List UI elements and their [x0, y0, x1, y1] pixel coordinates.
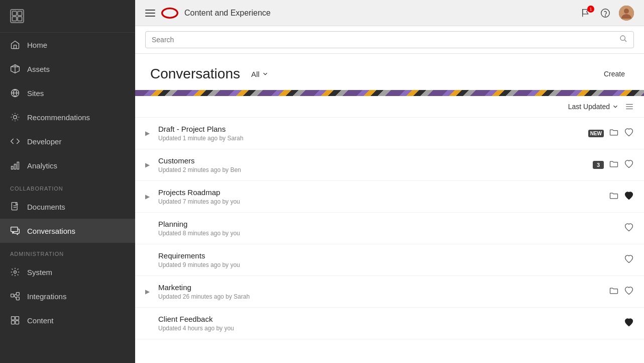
- conversation-info: Customers Updated 2 minutes ago by Ben: [158, 156, 588, 173]
- favorite-button[interactable]: [624, 222, 634, 234]
- collaboration-section-label: COLLABORATION: [0, 177, 135, 195]
- sidebar-item-system[interactable]: System: [0, 260, 135, 284]
- conversation-actions: 3: [593, 159, 634, 171]
- conversations-icon: [10, 226, 20, 236]
- list-view-icon: [625, 102, 634, 111]
- sidebar-item-sites-label: Sites: [27, 89, 44, 98]
- sidebar-item-integrations[interactable]: Integrations: [0, 284, 135, 308]
- svg-point-33: [624, 9, 629, 14]
- expand-chevron-icon[interactable]: ▶: [145, 130, 153, 137]
- conversation-meta: Updated 8 minutes ago by you: [158, 230, 619, 237]
- sidebar-item-documents[interactable]: Documents: [0, 195, 135, 219]
- svg-rect-20: [17, 293, 20, 296]
- svg-rect-27: [16, 321, 19, 324]
- sidebar-item-content[interactable]: Content: [0, 308, 135, 332]
- expand-chevron-icon[interactable]: ▶: [145, 161, 153, 168]
- view-toggle-button[interactable]: [625, 102, 634, 111]
- conversation-meta: Updated 2 minutes ago by Ben: [158, 166, 588, 173]
- conversation-name[interactable]: Customers: [158, 156, 588, 165]
- svg-rect-24: [12, 317, 15, 320]
- content-icon: [10, 315, 20, 325]
- add-to-folder-icon[interactable]: [609, 191, 619, 203]
- svg-rect-4: [14, 45, 17, 49]
- filter-dropdown[interactable]: All: [247, 68, 273, 80]
- add-to-folder-icon[interactable]: [609, 286, 619, 298]
- search-input-wrap[interactable]: [145, 31, 634, 48]
- help-button[interactable]: [600, 8, 611, 19]
- system-icon: [10, 267, 20, 277]
- conversation-item: ▶ Marketing Updated 26 minutes ago by Sa…: [135, 276, 644, 308]
- sidebar-item-home[interactable]: Home: [0, 33, 135, 57]
- conversation-item: ▶ Planning Updated 8 minutes ago by you: [135, 213, 644, 244]
- sort-label: Last Updated: [568, 103, 610, 111]
- conversation-name[interactable]: Requirements: [158, 251, 619, 260]
- search-input[interactable]: [152, 36, 619, 44]
- expand-chevron-icon[interactable]: ▶: [145, 288, 153, 295]
- favorite-button[interactable]: [624, 254, 634, 266]
- content-area: Conversations All Create Last Updated: [135, 54, 644, 363]
- sidebar-item-conversations[interactable]: Conversations: [0, 219, 135, 243]
- sites-icon: [10, 88, 20, 98]
- filter-label: All: [251, 70, 260, 78]
- svg-rect-26: [12, 321, 15, 324]
- sort-chevron-icon: [612, 103, 619, 110]
- svg-rect-19: [11, 294, 14, 297]
- sidebar-item-system-label: System: [27, 268, 52, 277]
- sidebar-item-developer-label: Developer: [27, 137, 61, 146]
- sidebar-item-recommendations[interactable]: Recommendations: [0, 105, 135, 129]
- conversation-info: Draft - Project Plans Updated 1 minute a…: [158, 125, 583, 142]
- analytics-icon: [10, 160, 20, 170]
- conversation-meta: Updated 26 minutes ago by Sarah: [158, 293, 604, 300]
- sidebar-item-assets[interactable]: Assets: [0, 57, 135, 81]
- sort-dropdown[interactable]: Last Updated: [568, 103, 619, 111]
- svg-rect-3: [18, 17, 22, 21]
- svg-line-35: [624, 40, 626, 42]
- create-button[interactable]: Create: [600, 68, 629, 80]
- documents-icon: [10, 202, 20, 212]
- conversation-actions: [624, 317, 634, 329]
- svg-rect-14: [12, 203, 17, 210]
- conversation-info: Client Feedback Updated 4 hours ago by y…: [158, 315, 619, 332]
- notifications-button[interactable]: 1: [581, 8, 592, 19]
- conversation-name[interactable]: Planning: [158, 220, 619, 228]
- search-icon: [619, 35, 627, 45]
- add-to-folder-icon[interactable]: [609, 159, 619, 171]
- conversation-actions: NEW: [588, 127, 634, 139]
- svg-rect-0: [12, 11, 16, 15]
- svg-rect-13: [17, 162, 19, 169]
- sidebar-item-content-label: Content: [27, 316, 54, 325]
- topbar: Content and Experience 1: [135, 0, 644, 26]
- hamburger-button[interactable]: [145, 10, 155, 17]
- help-icon: [600, 8, 611, 19]
- favorite-button[interactable]: [624, 191, 634, 203]
- assets-icon: [10, 64, 20, 74]
- sidebar: Home Assets Sites Recommendations: [0, 0, 135, 363]
- page-title: Conversations: [150, 66, 240, 82]
- conversation-name[interactable]: Client Feedback: [158, 315, 619, 323]
- sidebar-item-integrations-label: Integrations: [27, 292, 66, 301]
- svg-rect-1: [18, 11, 22, 15]
- conversation-item: ▶ Projects Roadmap Updated 7 minutes ago…: [135, 181, 644, 213]
- svg-point-31: [605, 16, 606, 16]
- filter-chevron-icon: [262, 70, 269, 77]
- svg-rect-2: [12, 17, 16, 21]
- favorite-button[interactable]: [624, 286, 634, 298]
- svg-rect-25: [16, 317, 19, 320]
- user-avatar[interactable]: [619, 6, 634, 21]
- add-to-folder-icon[interactable]: [609, 127, 619, 139]
- sidebar-item-developer[interactable]: Developer: [0, 129, 135, 153]
- conversation-actions: [624, 254, 634, 266]
- sidebar-item-analytics[interactable]: Analytics: [0, 153, 135, 177]
- conversation-name[interactable]: Marketing: [158, 283, 604, 292]
- favorite-button[interactable]: [624, 127, 634, 139]
- conversation-meta: Updated 1 minute ago by Sarah: [158, 135, 583, 142]
- conversation-name[interactable]: Projects Roadmap: [158, 188, 604, 197]
- favorite-button[interactable]: [624, 159, 634, 171]
- conversation-name[interactable]: Draft - Project Plans: [158, 125, 583, 133]
- sidebar-item-sites[interactable]: Sites: [0, 81, 135, 105]
- conversation-badge: 3: [593, 161, 604, 169]
- conversation-actions: [609, 286, 634, 298]
- expand-chevron-icon[interactable]: ▶: [145, 193, 153, 200]
- favorite-button[interactable]: [624, 317, 634, 329]
- recommendations-icon: [10, 112, 20, 122]
